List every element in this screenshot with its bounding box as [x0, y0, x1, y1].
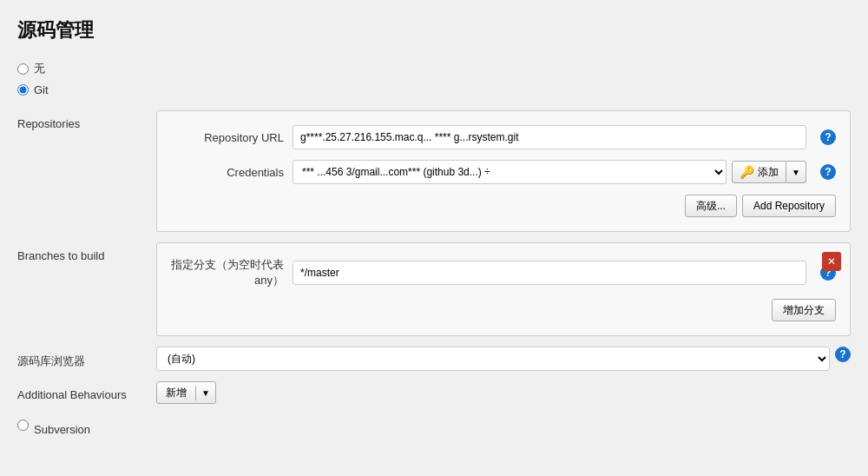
add-credentials-group: 🔑 添加 ▼	[732, 161, 806, 183]
scm-subversion-option[interactable]: Subversion	[17, 414, 851, 436]
repositories-section: Repositories Repository URL ? Credential…	[17, 110, 851, 232]
credentials-label: Credentials	[171, 166, 284, 179]
add-credentials-button[interactable]: 🔑 添加	[732, 161, 786, 183]
source-browser-section: 源码库浏览器 (自动) ?	[17, 347, 851, 371]
scm-git-label: Git	[34, 83, 49, 96]
repo-url-help-icon[interactable]: ?	[820, 129, 836, 145]
credentials-row: Credentials *** ...456 3/gmail...com*** …	[171, 160, 836, 184]
repo-url-row: Repository URL ?	[171, 125, 836, 149]
additional-behaviours-label: Additional Behaviours	[17, 381, 156, 401]
branches-content: ✕ 指定分支（为空时代表any） ? 增加分支	[156, 242, 851, 336]
credentials-input-group: *** ...456 3/gmail...com*** (github 3d..…	[293, 160, 806, 184]
scm-subversion-label: Subversion	[34, 423, 90, 436]
add-behaviour-button[interactable]: 新增 ▼	[156, 381, 216, 404]
add-credentials-label: 添加	[758, 165, 779, 180]
add-behaviour-arrow-icon: ▼	[196, 388, 215, 398]
repositories-label: Repositories	[17, 110, 156, 130]
scm-subversion-radio[interactable]	[17, 420, 29, 431]
branch-input[interactable]	[293, 261, 806, 285]
add-credentials-arrow[interactable]: ▼	[786, 161, 806, 183]
source-browser-help-icon[interactable]: ?	[835, 347, 851, 362]
repo-url-label: Repository URL	[171, 131, 284, 144]
scm-none-option[interactable]: 无	[17, 61, 851, 76]
source-browser-label: 源码库浏览器	[17, 347, 156, 369]
branch-row: 指定分支（为空时代表any） ?	[171, 257, 836, 288]
repo-actions: 高级... Add Repository	[171, 195, 836, 217]
branches-section: Branches to build ✕ 指定分支（为空时代表any） ? 增加分…	[17, 242, 851, 336]
source-browser-content: (自动) ?	[156, 347, 851, 371]
delete-branch-button[interactable]: ✕	[822, 252, 841, 271]
add-behaviour-text: 新增	[157, 386, 196, 400]
scm-git-radio[interactable]	[17, 84, 29, 96]
branch-field-label: 指定分支（为空时代表any）	[171, 257, 284, 288]
repositories-card: Repository URL ? Credentials *** ...456 …	[156, 110, 851, 232]
branches-card: ✕ 指定分支（为空时代表any） ? 增加分支	[156, 242, 851, 336]
scm-none-radio[interactable]	[17, 63, 29, 75]
branches-label: Branches to build	[17, 242, 156, 262]
credentials-select[interactable]: *** ...456 3/gmail...com*** (github 3d..…	[293, 160, 727, 184]
credentials-help-icon[interactable]: ?	[820, 164, 836, 180]
add-repository-button[interactable]: Add Repository	[742, 195, 836, 217]
additional-behaviours-section: Additional Behaviours 新增 ▼	[17, 381, 851, 404]
add-branch-button[interactable]: 增加分支	[772, 299, 836, 321]
page-title: 源码管理	[17, 17, 851, 43]
branch-actions: 增加分支	[171, 299, 836, 321]
advanced-button[interactable]: 高级...	[685, 195, 737, 217]
scm-git-option[interactable]: Git	[17, 83, 851, 96]
scm-none-label: 无	[34, 61, 45, 76]
key-icon: 🔑	[740, 165, 754, 179]
additional-behaviours-content: 新增 ▼	[156, 381, 851, 404]
repo-url-input[interactable]	[293, 125, 806, 149]
source-browser-select[interactable]: (自动)	[156, 347, 830, 371]
repositories-content: Repository URL ? Credentials *** ...456 …	[156, 110, 851, 232]
